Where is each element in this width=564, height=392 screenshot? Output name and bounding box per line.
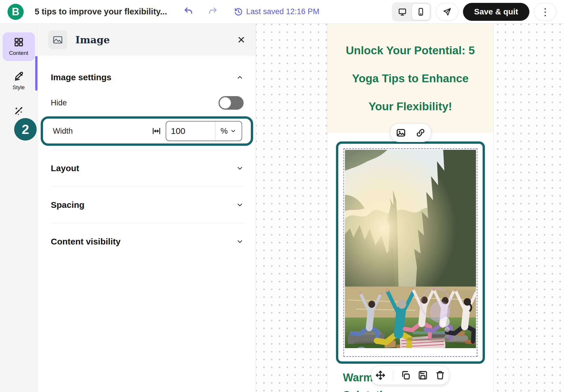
undo-icon [184,6,194,16]
close-panel-button[interactable]: ✕ [237,34,246,46]
last-saved-text: Last saved 12:16 PM [246,7,320,16]
width-unit-select[interactable]: % [215,122,242,141]
email-canvas: Unlock Your Potential: 5 Yoga Tips to En… [256,24,564,392]
last-saved-status: Last saved 12:16 PM [234,7,320,16]
width-unit-value: % [221,126,228,136]
width-input-group: % [166,121,242,141]
nav-tab-ai-assistant[interactable] [3,101,35,121]
copy-icon [401,370,410,380]
link-image-button[interactable] [416,128,425,138]
move-block-button[interactable] [376,370,385,380]
email-hero-block[interactable]: Unlock Your Potential: 5 Yoga Tips to En… [327,24,493,133]
spacing-title: Spacing [51,200,85,210]
kebab-menu-icon: ⋮ [540,7,550,17]
undo-button[interactable] [184,6,194,17]
image-block-dashed-outline [343,148,477,357]
email-heading-line: Unlock Your Potential: 5 [327,36,493,64]
send-test-button[interactable] [436,3,458,21]
image-block-icon [52,34,63,45]
email-heading-line: Your Flexibility! [327,92,493,120]
brand-logo[interactable]: B [8,4,24,20]
device-preview-switch [392,2,431,21]
desktop-preview-button[interactable] [393,3,412,20]
send-icon [443,8,451,16]
toggle-knob [220,97,231,109]
duplicate-block-button[interactable] [401,370,410,380]
nav-tab-style[interactable]: Style [3,67,35,95]
annotation-badge-2: 2 [14,118,37,141]
content-visibility-title: Content visibility [51,237,121,247]
panel-header: Image ✕ [38,24,256,56]
yoga-class-photo[interactable] [345,150,476,348]
email-subheading-line: Salutations [343,387,440,392]
more-options-button[interactable]: ⋮ [534,3,556,21]
email-heading-line: Yoga Tips to Enhance [327,64,493,92]
image-settings-panel: Image ✕ Image settings Hide Width [38,24,256,392]
chevron-down-icon [236,238,244,245]
magic-wand-icon [14,106,24,116]
redo-button[interactable] [208,6,217,17]
section-divider [51,223,244,223]
replace-image-button[interactable] [396,128,406,138]
hide-label: Hide [51,98,67,107]
section-divider [51,186,244,187]
chevron-down-icon [230,128,236,134]
desktop-icon [398,8,407,16]
email-preview-column[interactable]: Unlock Your Potential: 5 Yoga Tips to En… [327,24,494,392]
image-settings-title: Image settings [51,72,111,82]
width-setting-row-highlighted: Width % [41,116,253,146]
section-content-visibility[interactable]: Content visibility [51,237,244,247]
width-label: Width [53,127,73,136]
active-tab-indicator [35,56,38,91]
width-field-group: % [152,121,242,141]
panel-title: Image [75,34,110,46]
panel-body: Image settings Hide Width [38,72,256,247]
history-clock-icon [234,8,243,16]
chevron-down-icon [236,201,244,209]
redo-icon [208,6,217,16]
chevron-down-icon [236,165,244,172]
trash-icon [435,370,445,380]
section-image-settings[interactable]: Image settings [51,72,244,82]
link-icon [416,128,425,138]
image-quick-toolbar [391,124,431,142]
hide-setting-row: Hide [51,96,244,110]
block-type-tile [48,30,67,49]
chevron-up-icon [236,74,244,81]
section-layout[interactable]: Layout [51,163,244,173]
topbar-actions: Save & quit ⋮ [392,2,556,21]
width-arrows-icon [152,126,161,136]
nav-tab-content[interactable]: Content [3,32,35,61]
section-divider [51,150,244,150]
width-input[interactable] [166,122,215,141]
delete-block-button[interactable] [435,370,445,380]
brand-logo-letter: B [12,6,19,18]
move-icon [376,370,385,380]
nav-tab-content-label: Content [9,50,28,56]
section-spacing[interactable]: Spacing [51,200,244,210]
hide-toggle[interactable] [218,96,244,110]
mobile-icon [417,8,425,16]
save-block-button[interactable] [418,370,428,380]
style-pen-icon [14,71,24,82]
email-editor-app: B 5 tips to improve your flexibility... [0,0,564,392]
top-bar: B 5 tips to improve your flexibility... [0,0,564,24]
nav-tab-style-label: Style [12,84,25,91]
editor-nav-rail: Content Style [0,24,38,392]
layout-title: Layout [51,163,79,173]
content-grid-icon [14,37,24,47]
selected-image-block[interactable] [336,141,485,364]
image-icon [396,128,406,138]
document-title[interactable]: 5 tips to improve your flexibility... [35,7,167,16]
save-quit-button[interactable]: Save & quit [463,3,529,21]
toolbar-divider [393,369,393,381]
save-icon [418,370,428,380]
mobile-preview-button[interactable] [412,3,430,20]
block-actions-toolbar [371,366,449,385]
